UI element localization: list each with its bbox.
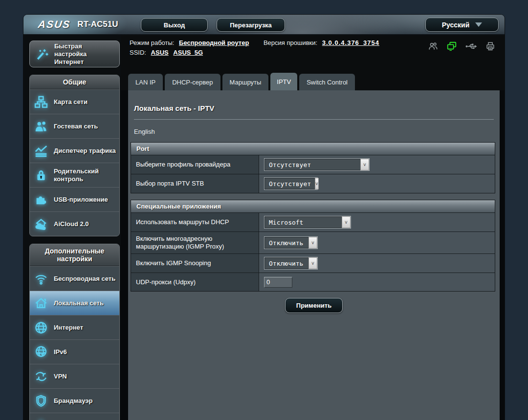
status-icons [428,41,496,52]
chevron-down-icon: ˅ [308,237,317,249]
page-title: Локальная сеть - IPTV [134,104,493,112]
router-model: RT-AC51U [77,20,118,29]
table-row: Выбор порта IPTV STB Отсутствует ˅ [131,174,495,193]
table-row: Использовать маршруты DHCP Microsoft ˅ [131,212,495,231]
sidebar-item-label: USB-приложение [54,196,108,204]
sidebar-item-label: Интернет [54,324,83,332]
wan-globe-icon [33,320,49,335]
traffic-manager-icon [33,144,49,158]
select-value: Отсутствует [264,159,360,170]
sidebar-item-administration[interactable]: Администри- [30,413,119,420]
tab-lan-ip[interactable]: LAN IP [128,74,163,90]
sidebar-group-advanced: Дополнительные настройки Беспроводная се… [29,244,120,420]
select-value: Отключить [264,237,308,249]
sidebar-item-label: IPv6 [54,348,67,356]
field-value-cell: Отсутствует ˅ [259,155,495,174]
svg-text:IPv6: IPv6 [37,351,45,356]
select-value: Отсутствует [264,178,315,189]
network-map-icon [33,95,49,109]
sidebar-item-label: Беспроводная сеть [54,275,115,283]
asus-logo: ASUS [37,19,71,30]
usb-devices-icon[interactable] [465,42,478,51]
firewall-shield-icon [33,394,49,408]
clients-icon[interactable] [428,41,439,52]
chevron-down-icon: ˅ [342,216,351,228]
ssid-secondary-link[interactable]: ASUS_5G [173,49,203,56]
field-label: Включить IGMP Snooping [131,254,259,273]
sidebar-item-wan[interactable]: Интернет [30,315,119,339]
language-dropdown[interactable]: Русский [425,18,499,32]
iptv-stb-port-select[interactable]: Отсутствует ˅ [264,177,318,190]
sidebar-group-title: Общие [30,75,119,89]
sidebar-item-network-map[interactable]: Карта сети [30,89,119,114]
ssid-label: SSID: [130,49,146,56]
ipv6-icon: IPv6 [33,345,49,359]
sidebar-item-parental-control[interactable]: Родительский контроль [30,163,119,187]
language-selected-value: Русский [442,21,470,29]
usb-app-icon [33,193,49,207]
field-label: UDP-прокси (Udpxy) [131,273,259,291]
igmp-snooping-select[interactable]: Отключить ˅ [264,257,318,270]
section-title: Port [131,143,495,155]
provider-profile-select[interactable]: Отсутствует ˅ [264,158,370,171]
table-row: Включить IGMP Snooping Отключить ˅ [131,253,495,273]
field-value-cell: Отключить ˅ [259,254,495,273]
sidebar-item-label: Диспетчер трафика [54,147,116,155]
sidebar-item-ipv6[interactable]: IPv6 IPv6 [30,339,119,364]
sidebar: Быстрая настройка Интернет Общие Карта с… [23,35,121,420]
udp-proxy-input[interactable] [264,277,292,288]
igmp-proxy-select[interactable]: Отключить ˅ [264,236,318,249]
field-value-cell: Отсутствует ˅ [259,174,495,193]
table-row: Выберите профиль провайдера Отсутствует … [131,155,495,174]
tab-switch-control[interactable]: Switch Control [299,74,355,90]
sidebar-item-label: VPN [54,373,67,380]
section-title: Специальные приложения [131,200,495,212]
sidebar-item-usb-application[interactable]: USB-приложение [30,187,119,211]
brand-area: ASUS RT-AC51U [38,19,118,30]
field-value-cell: Microsoft ˅ [259,213,495,231]
sidebar-item-wireless[interactable]: Беспроводная сеть [30,266,119,291]
quick-setup-button[interactable]: Быстрая настройка Интернет [29,41,120,67]
vpn-icon [33,369,49,384]
tab-iptv[interactable]: IPTV [270,73,297,90]
sidebar-item-aicloud[interactable]: AiCloud 2.0 [30,211,119,236]
sidebar-group-general: Общие Карта сети [29,75,120,236]
guest-network-icon [33,119,49,134]
field-label: Включить многоадресную маршрутизацию (IG… [131,232,259,253]
apply-button[interactable]: Применить [285,298,343,313]
wireless-icon [33,272,49,286]
title-divider [134,119,494,120]
sidebar-item-vpn[interactable]: VPN [30,364,119,388]
operation-mode-link[interactable]: Беспроводной роутер [179,39,249,46]
sidebar-item-lan[interactable]: Локальная сеть [30,291,119,315]
content-panel: Локальная сеть - IPTV English Port Выбер… [128,90,500,420]
select-value: Microsoft [264,216,342,228]
dhcp-routes-select[interactable]: Microsoft ˅ [264,216,351,229]
sidebar-item-label: Гостевая сеть [54,123,98,130]
reboot-button[interactable]: Перезагрузка [217,18,285,32]
chevron-down-icon: ˅ [360,159,369,170]
quick-setup-label: Быстрая настройка Интернет [54,42,115,66]
field-value-cell [259,273,495,291]
topbar: ASUS RT-AC51U Выход Перезагрузка Русский [23,15,505,35]
tab-dhcp-server[interactable]: DHCP-сервер [165,74,220,90]
table-row: Включить многоадресную маршрутизацию (IG… [131,231,495,253]
wired-clients-icon[interactable] [446,41,458,52]
section-special-applications: Специальные приложения Использовать марш… [131,200,495,292]
select-value: Отключить [264,257,308,269]
mode-firmware-line: Режим работы: Беспроводной роутер Версия… [130,39,379,46]
field-label: Выбор порта IPTV STB [131,174,259,193]
printer-icon[interactable] [485,41,496,52]
ssid-primary-link[interactable]: ASUS [151,49,169,56]
aicloud-icon [33,217,49,231]
logout-button[interactable]: Выход [141,18,208,32]
tab-routes[interactable]: Маршруты [222,74,269,90]
english-language-link[interactable]: English [134,128,155,135]
table-row: UDP-прокси (Udpxy) [131,273,495,291]
sidebar-item-traffic-manager[interactable]: Диспетчер трафика [30,138,119,163]
main-region: Быстрая настройка Интернет Общие Карта с… [23,35,505,420]
firmware-version-link[interactable]: 3.0.0.4.376_3754 [322,39,379,46]
sidebar-item-guest-network[interactable]: Гостевая сеть [30,114,119,138]
sidebar-item-firewall[interactable]: Брандмауэр [30,388,119,413]
sidebar-group-title: Дополнительные настройки [30,244,119,266]
